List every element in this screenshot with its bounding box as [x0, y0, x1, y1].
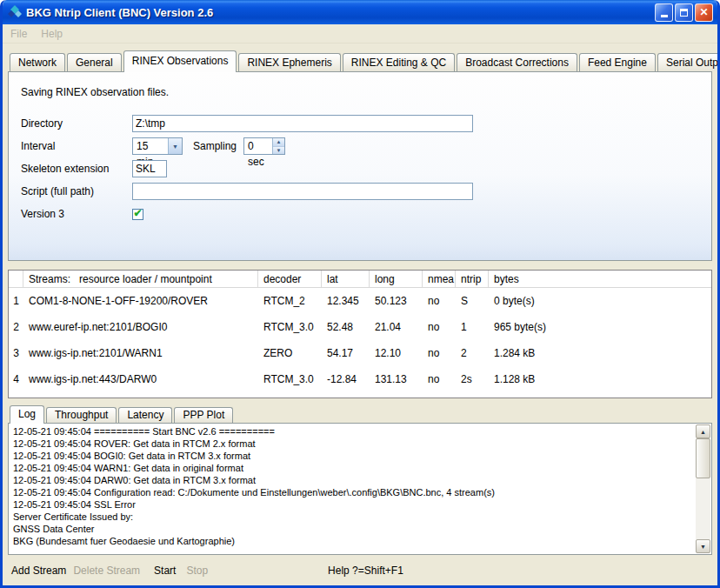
script-label: Script (full path)	[21, 185, 132, 197]
close-button[interactable]: ✕	[695, 3, 713, 22]
menu-help[interactable]: Help	[41, 28, 63, 40]
header-bytes: bytes	[489, 271, 711, 287]
sampling-label: Sampling	[193, 140, 237, 152]
streams-table: Streams: resource loader / mountpoint de…	[8, 270, 712, 398]
stream-decoder: RTCM_3.0	[258, 366, 322, 392]
log-line: 12-05-21 09:45:04 BOGI0: Get data in RTC…	[13, 450, 692, 462]
help-shortcut-label: Help ?=Shift+F1	[328, 565, 403, 577]
delete-stream-button[interactable]: Delete Stream	[73, 565, 140, 577]
stream-long: 12.10	[370, 340, 423, 366]
stream-nmea: no	[423, 314, 456, 340]
table-row[interactable]: 4 www.igs-ip.net:443/DARW0 RTCM_3.0 -12.…	[9, 366, 711, 392]
stream-lat: 52.48	[322, 314, 370, 340]
tab-broadcast-corrections[interactable]: Broadcast Corrections	[457, 53, 577, 71]
tab-rinex-observations[interactable]: RINEX Observations	[123, 50, 237, 72]
script-input[interactable]	[132, 183, 473, 200]
stream-decoder: ZERO	[258, 340, 322, 366]
tab-rinex-ephemeris[interactable]: RINEX Ephemeris	[238, 53, 340, 71]
log-line: BKG (Bundesamt fuer Geodaesie und Kartog…	[13, 535, 692, 547]
maximize-icon	[680, 9, 688, 17]
add-stream-button[interactable]: Add Stream	[11, 565, 66, 577]
stop-button[interactable]: Stop	[186, 565, 208, 577]
stream-row-number: 4	[9, 366, 23, 392]
stream-ntrip: 2	[456, 340, 489, 366]
stream-ntrip: 2s	[456, 366, 489, 392]
sampling-value: 0 sec	[244, 138, 272, 154]
stream-lat: 12.345	[322, 288, 370, 314]
stream-mountpoint: COM1-8-NONE-1-OFF-19200/ROVER	[23, 288, 258, 314]
log-scrollbar[interactable]: ▲ ▼	[696, 424, 710, 553]
spin-down-icon[interactable]: ▼	[273, 147, 284, 155]
log-line: Server Certificate Issued by:	[13, 511, 692, 523]
start-button[interactable]: Start	[154, 565, 176, 577]
streams-table-header: Streams: resource loader / mountpoint de…	[9, 271, 711, 288]
minimize-button[interactable]	[655, 3, 673, 22]
scroll-up-icon[interactable]: ▲	[696, 424, 710, 438]
spin-up-icon[interactable]: ▲	[273, 138, 284, 147]
table-row[interactable]: 3 www.igs-ip.net:2101/WARN1 ZERO 54.17 1…	[9, 340, 711, 366]
table-row[interactable]: 2 www.euref-ip.net:2101/BOGI0 RTCM_3.0 5…	[9, 314, 711, 340]
stream-bytes: 965 byte(s)	[489, 314, 711, 340]
spinner-buttons: ▲ ▼	[272, 138, 284, 154]
stream-row-number: 2	[9, 314, 23, 340]
maximize-button[interactable]	[675, 3, 693, 22]
header-long: long	[370, 271, 423, 287]
rinex-observations-panel: Saving RINEX observation files. Director…	[8, 71, 712, 261]
log-line: 12-05-21 09:45:04 ========== Start BNC v…	[13, 425, 692, 438]
version3-checkbox[interactable]: ✔	[132, 209, 143, 220]
header-nmea: nmea	[423, 271, 456, 287]
stream-ntrip: S	[456, 288, 489, 314]
log-line: 12-05-21 09:45:04 DARW0: Get data in RTC…	[13, 474, 692, 486]
sampling-spinbox[interactable]: 0 sec ▲ ▼	[243, 137, 285, 155]
tab-latency[interactable]: Latency	[118, 407, 172, 423]
skeleton-extension-label: Skeleton extension	[21, 163, 132, 175]
directory-input[interactable]	[132, 115, 473, 132]
footer-bar: Add Stream Delete Stream Start Stop Help…	[3, 555, 717, 585]
interval-dropdown[interactable]: 15 min ▼	[132, 137, 183, 155]
menu-file[interactable]: File	[10, 28, 27, 40]
tab-feed-engine[interactable]: Feed Engine	[579, 53, 656, 71]
stream-bytes: 1.284 kB	[489, 340, 711, 366]
stream-mountpoint: www.euref-ip.net:2101/BOGI0	[23, 314, 258, 340]
version3-row: Version 3 ✔	[21, 205, 699, 223]
tab-rinex-editing-qc[interactable]: RINEX Editing & QC	[343, 53, 455, 71]
tab-ppp-plot[interactable]: PPP Plot	[174, 407, 233, 423]
tab-bar: Network General RINEX Observations RINEX…	[3, 49, 717, 71]
stream-decoder: RTCM_2	[258, 288, 322, 314]
header-decoder: decoder	[258, 271, 322, 287]
log-output: 12-05-21 09:45:04 ========== Start BNC v…	[13, 425, 692, 552]
directory-row: Directory	[21, 115, 699, 132]
interval-value: 15 min	[133, 138, 168, 154]
directory-label: Directory	[21, 117, 132, 130]
tab-serial-output[interactable]: Serial Output	[657, 53, 720, 71]
stream-long: 50.123	[370, 288, 423, 314]
menu-bar: File Help	[3, 24, 717, 43]
stream-long: 131.13	[370, 366, 423, 392]
close-icon: ✕	[699, 6, 708, 18]
log-line: GNSS Data Center	[13, 523, 692, 535]
header-mountpoint: Streams: resource loader / mountpoint	[23, 271, 258, 287]
stream-bytes: 1.128 kB	[489, 366, 711, 392]
chevron-down-icon[interactable]: ▼	[168, 138, 182, 154]
tab-throughput[interactable]: Throughput	[46, 407, 117, 423]
title-bar[interactable]: BKG Ntrip Client (BNC) Version 2.6 ✕	[3, 0, 717, 24]
stream-decoder: RTCM_3.0	[258, 314, 322, 340]
tab-general[interactable]: General	[67, 53, 122, 71]
minimize-icon	[661, 15, 668, 17]
header-ntrip: ntrip	[456, 271, 489, 287]
skeleton-extension-input[interactable]	[132, 160, 167, 177]
interval-row: Interval 15 min ▼ Sampling 0 sec ▲ ▼	[21, 137, 699, 155]
table-row[interactable]: 1 COM1-8-NONE-1-OFF-19200/ROVER RTCM_2 1…	[9, 288, 711, 314]
version3-label: Version 3	[21, 208, 132, 220]
bottom-tab-bar: Log Throughput Latency PPP Plot	[3, 404, 717, 423]
tab-log[interactable]: Log	[10, 405, 44, 424]
stream-mountpoint: www.igs-ip.net:2101/WARN1	[23, 340, 258, 366]
log-line: 12-05-21 09:45:04 ROVER: Get data in RTC…	[13, 438, 692, 450]
stream-mountpoint: www.igs-ip.net:443/DARW0	[23, 366, 258, 392]
check-icon: ✔	[133, 209, 142, 217]
header-row-number	[9, 271, 23, 287]
scroll-down-icon[interactable]: ▼	[696, 539, 710, 553]
stream-lat: -12.84	[322, 366, 370, 392]
tab-network[interactable]: Network	[10, 53, 65, 71]
scrollbar-thumb[interactable]	[696, 438, 710, 478]
